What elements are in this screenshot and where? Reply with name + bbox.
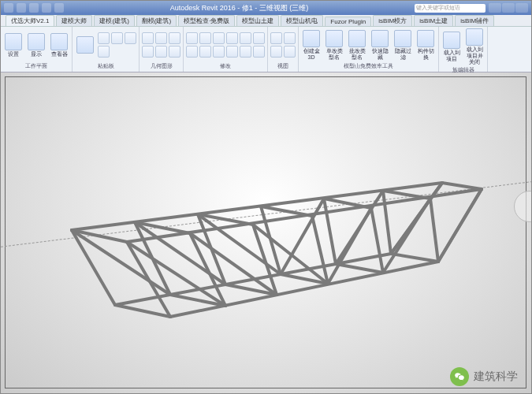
panel-label: 视图 (270, 61, 296, 70)
view-button[interactable] (270, 46, 282, 58)
switch-icon (417, 30, 434, 47)
box3d-icon (303, 30, 320, 47)
modify-button[interactable] (253, 46, 265, 58)
show-workplane-button[interactable]: 显示 (26, 33, 47, 58)
ribbon-panel-family-editor: 载入到项目 载入到项目并关闭 族编辑器 (439, 27, 488, 72)
ribbon-panel-clipboard: 粘贴板 (73, 27, 140, 72)
modify-button[interactable] (240, 32, 251, 44)
viewer-icon (50, 33, 68, 50)
ribbon-tab[interactable]: 模型山土建 (236, 15, 279, 26)
qat-save-button[interactable] (17, 3, 26, 13)
qat-undo-button[interactable] (29, 3, 39, 13)
section-box-3d-button[interactable]: 创建盒3D (301, 30, 322, 61)
hide-icon (371, 30, 389, 47)
modify-button[interactable] (186, 46, 198, 58)
geometry-button[interactable] (142, 32, 154, 44)
ribbon-panel-area: 设置 显示 查看器 工作平面 粘贴板 (1, 27, 531, 72)
quick-access-toolbar (4, 3, 64, 13)
geometry-button[interactable] (155, 32, 167, 44)
window-title: Autodesk Revit 2016 - 修1 - 三维视图 (三维) (64, 3, 415, 13)
paste-icon (76, 36, 94, 54)
title-bar: Autodesk Revit 2016 - 修1 - 三维视图 (三维) 键入关… (1, 1, 531, 15)
modify-button[interactable] (186, 32, 198, 44)
wechat-icon (450, 367, 469, 386)
truss-model[interactable] (1, 72, 531, 393)
minimize-button[interactable] (489, 3, 501, 13)
ribbon-tab[interactable]: isBIM模方 (373, 15, 412, 26)
modify-button[interactable] (240, 46, 251, 58)
panel-label: 工作平面 (3, 61, 69, 70)
ribbon-tab[interactable]: 模型山机电 (281, 15, 323, 26)
clipboard-small-button[interactable] (111, 32, 123, 44)
ribbon-panel-view: 视图 (268, 27, 299, 72)
app-menu-button[interactable] (4, 3, 13, 13)
clipboard-small-button[interactable] (98, 32, 110, 44)
filter-icon (394, 30, 411, 47)
ribbon-tab[interactable]: 优选大师V2.1 (6, 15, 54, 26)
load-and-close-button[interactable]: 载入到项目并关闭 (464, 28, 485, 65)
filter-hide-button[interactable]: 隐藏过滤 (392, 30, 413, 61)
qat-redo-button[interactable] (42, 3, 51, 13)
modify-button[interactable] (213, 32, 225, 44)
load-close-icon (466, 28, 483, 46)
modify-button[interactable] (226, 46, 238, 58)
ribbon-panel-workplane: 设置 显示 查看器 工作平面 (1, 27, 73, 72)
qat-print-button[interactable] (54, 3, 64, 13)
ribbon-tab[interactable]: 建模大师 (56, 15, 92, 26)
ribbon-panel-geometry: 几何图形 (140, 27, 184, 72)
panel-label: 粘贴板 (75, 61, 136, 70)
rename-type-batch-button[interactable]: 批改类型名 (347, 30, 367, 61)
ribbon-tab[interactable]: Fuzor Plugin (325, 17, 371, 26)
geometry-button[interactable] (155, 46, 167, 58)
ribbon-tab[interactable]: isBIM土建 (414, 15, 453, 26)
show-icon (28, 33, 45, 50)
panel-label: 几何图形 (142, 61, 180, 70)
watermark: 建筑科学 (450, 367, 518, 386)
load-into-project-button[interactable]: 载入到项目 (441, 32, 462, 62)
quick-hide-button[interactable]: 快速隐藏 (370, 30, 390, 61)
panel-label: 修改 (186, 61, 265, 70)
rename-batch-icon (348, 30, 366, 47)
ribbon-tab[interactable]: 建模(建筑) (94, 15, 134, 26)
modify-button[interactable] (199, 46, 211, 58)
component-switch-button[interactable]: 构件切换 (415, 30, 436, 61)
viewport-3d[interactable] (1, 72, 531, 393)
help-search-input[interactable]: 键入关键字或短语 (415, 4, 485, 13)
modify-button[interactable] (253, 32, 265, 44)
modify-button[interactable] (213, 46, 225, 58)
ribbon-tab[interactable]: isBIM辅件 (455, 15, 494, 26)
view-button[interactable] (284, 32, 296, 44)
view-button[interactable] (270, 32, 282, 44)
ribbon-tab[interactable]: 模型检查·免费版 (178, 15, 235, 26)
ribbon-tabs: 优选大师V2.1 建模大师 建模(建筑) 翻模(建筑) 模型检查·免费版 模型山… (1, 15, 531, 27)
ribbon-panel-msj-tools: 创建盒3D 单改类型名 批改类型名 快速隐藏 隐藏过滤 构件切换 模型山免费效率… (299, 27, 439, 72)
panel-label: 模型山免费效率工具 (301, 61, 436, 70)
geometry-button[interactable] (169, 46, 180, 58)
rename-icon (326, 30, 343, 47)
rename-type-single-button[interactable]: 单改类型名 (324, 30, 344, 61)
set-workplane-button[interactable]: 设置 (3, 33, 24, 58)
ribbon-tab[interactable]: 翻模(建筑) (136, 15, 177, 26)
ribbon-panel-modify: 修改 (184, 27, 268, 72)
modify-button[interactable] (226, 32, 238, 44)
modify-button[interactable] (199, 32, 211, 44)
watermark-text: 建筑科学 (474, 370, 518, 384)
paste-button[interactable] (75, 36, 95, 54)
maximize-button[interactable] (502, 3, 515, 13)
clipboard-small-button[interactable] (125, 32, 136, 44)
view-button[interactable] (284, 46, 296, 58)
geometry-button[interactable] (142, 46, 154, 58)
load-icon (443, 32, 460, 49)
close-button[interactable] (515, 3, 528, 13)
viewer-button[interactable]: 查看器 (49, 33, 69, 58)
geometry-button[interactable] (169, 32, 180, 44)
workplane-icon (5, 33, 22, 50)
clipboard-small-button[interactable] (98, 46, 110, 58)
